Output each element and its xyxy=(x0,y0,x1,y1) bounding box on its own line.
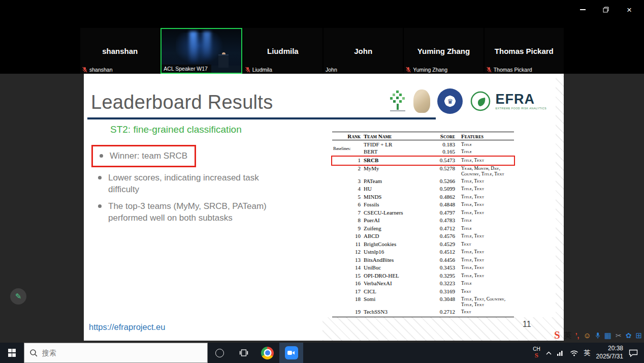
statue-logo xyxy=(413,89,430,113)
table-row: 2MyMy0.5278Year, Month, Day, Country, Ti… xyxy=(332,165,514,177)
tray-ime-indicator[interactable]: CH S xyxy=(533,346,540,359)
wifi-icon[interactable] xyxy=(570,350,578,356)
toolbox-icon[interactable]: ⊞ xyxy=(635,331,642,339)
table-row: 17CICL0.3169Text xyxy=(332,288,514,296)
bullet-lower-scores: Lower scores, indicating increased task … xyxy=(98,172,311,195)
search-input[interactable] xyxy=(41,348,202,357)
participant-name-tag: shanshan xyxy=(80,66,116,74)
muted-mic-icon xyxy=(82,67,87,73)
table-row: 4HU0.5099Title, Text xyxy=(332,185,514,193)
participant-name: Liudmila xyxy=(267,47,299,55)
zoom-app-button[interactable] xyxy=(279,343,303,363)
table-row: 16VerbaNexAI0.3223Title xyxy=(332,280,514,288)
efra-leaf-icon xyxy=(470,90,491,112)
baseline-row: BERT0.165Title xyxy=(364,148,514,156)
leaderboard-table: Rank Team Name Score Features Baselines:… xyxy=(332,132,514,317)
taskbar-search[interactable] xyxy=(24,343,208,363)
tray-language-indicator[interactable]: 英 xyxy=(584,348,591,357)
table-row: 15OPI-DRO-HEL0.3295Title, Text xyxy=(332,272,514,280)
table-row: 8PuerAI0.4783Title xyxy=(332,217,514,225)
participant-name-tag: Thomas Pickard xyxy=(485,66,536,74)
system-tray: CH S 英 20:38 2025/7/31 xyxy=(533,343,644,363)
sogou-logo-icon[interactable]: S xyxy=(554,330,560,341)
voice-input-icon[interactable] xyxy=(595,332,600,339)
table-row: 12Ustnlp160.4512Title, Text xyxy=(332,248,514,256)
keyboard-icon[interactable]: ▦ xyxy=(604,331,611,339)
participant-tile-shanshan[interactable]: shanshanshanshan xyxy=(80,28,159,74)
bullet-dot xyxy=(100,154,103,158)
participant-name: John xyxy=(354,47,372,55)
restore-icon xyxy=(603,7,609,13)
cortana-icon xyxy=(215,349,224,357)
participant-tile-yuming-zhang[interactable]: Yuming ZhangYuming Zhang xyxy=(404,28,483,74)
window-controls: × xyxy=(571,2,641,17)
participant-tile-acl-speaker-w17[interactable]: ACL Speaker W17 xyxy=(160,28,242,74)
muted-mic-icon xyxy=(487,67,492,73)
logo-row: ♛ EFRA EXTREME FOOD RISK ANALYTICS xyxy=(389,87,546,115)
participant-tile-thomas-pickard[interactable]: Thomas PickardThomas Pickard xyxy=(485,28,564,74)
muted-mic-icon xyxy=(245,67,250,73)
hidden-icons-chevron[interactable] xyxy=(546,351,552,355)
action-center-icon[interactable] xyxy=(629,349,638,357)
task-view-button[interactable] xyxy=(232,343,255,363)
start-button[interactable] xyxy=(0,343,24,363)
table-baselines: Baselines:TFIDF + LR0.183TitleBERT0.165T… xyxy=(332,140,514,157)
search-icon xyxy=(29,349,37,357)
table-row: 19TechSSN30.2712Text xyxy=(332,308,514,316)
participant-name-tag: John xyxy=(324,66,341,74)
skin-icon[interactable]: ✿ xyxy=(626,332,632,339)
table-row: 13BitsAndBites0.4456Title, Text xyxy=(332,256,514,264)
participant-name: Yuming Zhang xyxy=(417,47,470,55)
minimize-icon xyxy=(580,9,586,10)
chrome-button[interactable] xyxy=(255,343,279,363)
participant-video-strip: shanshanshanshanACL Speaker W17LiudmilaL… xyxy=(80,28,564,74)
presentation-slide: Leaderboard Results ♛ xyxy=(84,74,564,341)
efra-logo-text: EFRA xyxy=(495,93,546,106)
bullet-winner: Winner: team SRCB xyxy=(91,145,196,167)
windows-logo-icon xyxy=(8,349,16,357)
screen: × shanshanshanshanACL Speaker W17Liudmil… xyxy=(0,0,644,363)
minimize-button[interactable] xyxy=(571,2,594,17)
participant-name: shanshan xyxy=(102,47,138,55)
bullet-top3-teams: The top-3 teams (MyMy, SRCB, PATeam) per… xyxy=(98,200,311,224)
slide-title: Leaderboard Results xyxy=(91,91,273,113)
participant-tile-liudmila[interactable]: LiudmilaLiudmila xyxy=(243,28,323,74)
task-view-icon xyxy=(239,349,248,356)
table-row: 1SRCB0.5473Title, Text xyxy=(332,157,514,165)
tray-clock[interactable]: 20:38 2025/7/31 xyxy=(596,345,623,360)
screenshot-icon[interactable]: ✂ xyxy=(616,332,622,339)
maximize-button[interactable] xyxy=(594,2,618,17)
close-icon: × xyxy=(627,6,632,14)
university-seal-logo: ♛ xyxy=(437,88,463,114)
tray-date: 2025/7/31 xyxy=(596,353,623,361)
table-row: 7CSECU-Learners0.4797Title, Text xyxy=(332,209,514,217)
participant-name-tag: ACL Speaker W17 xyxy=(162,65,211,73)
slide-subtitle: ST2: fine-grained classification xyxy=(110,124,242,135)
table-row: 6Fossils0.4848Title, Text xyxy=(332,201,514,209)
shared-screen-area: Leaderboard Results ♛ xyxy=(0,74,644,343)
ime-language-indicator[interactable]: 英 xyxy=(564,331,571,340)
taskbar: CH S 英 20:38 2025/7/31 xyxy=(0,343,644,363)
punctuation-icon[interactable]: ’, xyxy=(575,332,579,339)
close-button[interactable]: × xyxy=(618,2,641,17)
cortana-button[interactable] xyxy=(208,343,232,363)
bullet-dot xyxy=(98,176,102,179)
bullet-list: Winner: team SRCB Lower scores, indicati… xyxy=(98,145,311,229)
annotation-pencil-button[interactable]: ✎ xyxy=(10,288,26,305)
bullet-dot xyxy=(98,204,102,208)
efra-logo-caption: EXTREME FOOD RISK ANALYTICS xyxy=(495,107,546,110)
zoom-icon xyxy=(285,346,298,359)
participant-tile-john[interactable]: JohnJohn xyxy=(324,28,403,74)
muted-mic-icon xyxy=(406,67,411,73)
table-row: 14UniBuc0.3453Title, Text xyxy=(332,264,514,272)
baselines-label: Baselines: xyxy=(332,146,364,151)
sogou-tray-icon: S xyxy=(535,352,538,359)
participant-name-tag: Yuming Zhang xyxy=(404,66,451,74)
circuit-pattern-right xyxy=(556,74,564,341)
slide-link: https://efraproject.eu xyxy=(89,322,165,332)
table-row: 3PATeam0.5266Title, Text xyxy=(332,177,514,186)
chrome-icon xyxy=(261,347,274,359)
table-row: 11BrightCookies0.4529Text xyxy=(332,240,514,249)
signal-bars-icon[interactable] xyxy=(557,350,564,356)
emoji-icon[interactable]: ☺ xyxy=(583,331,591,339)
